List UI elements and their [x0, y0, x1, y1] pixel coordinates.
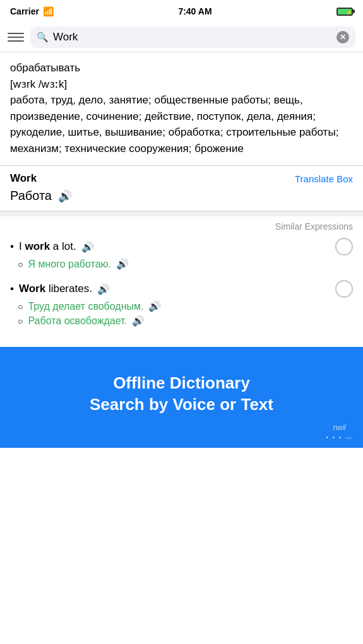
circle-bullet-1: ○ [18, 259, 23, 269]
translation-word: Work [10, 172, 37, 185]
phonetic: [wɜrk /wɜːk] [10, 78, 67, 90]
speaker-icon-expr-ru-2b[interactable]: 🔊 [132, 315, 145, 327]
battery-area: ⚡ [336, 8, 353, 16]
expression-item-2: • Work liberates. 🔊 ○ Труд делает свобод… [10, 280, 353, 327]
expr-ru-text-1: Я много работаю. [28, 259, 111, 270]
translation-row: Работа 🔊 [10, 189, 353, 203]
expr-en-left-1: • I work a lot. 🔊 [10, 240, 94, 253]
bolt-icon: ⚡ [346, 9, 352, 15]
speaker-icon-expr-1[interactable]: 🔊 [81, 241, 94, 253]
search-input[interactable] [53, 31, 332, 44]
expr-en-left-2: • Work liberates. 🔊 [10, 283, 110, 295]
menu-line-2 [8, 37, 24, 38]
nav-bar: 🔍 ✕ [0, 23, 363, 52]
speaker-icon-expr-ru-2a[interactable]: 🔊 [148, 300, 161, 312]
circle-bullet-2b: ○ [18, 316, 23, 326]
expr-en-row-2: • Work liberates. 🔊 [10, 280, 353, 298]
battery-icon: ⚡ [336, 8, 353, 16]
menu-line-3 [8, 40, 24, 42]
expr-en-text-1: I work a lot. [19, 240, 76, 253]
carrier-info: Carrier 📶 [10, 6, 54, 16]
speaker-icon-expr-2[interactable]: 🔊 [97, 283, 110, 295]
expr-ru-text-2a: Труд делает свободным. [28, 301, 143, 312]
expr-en-row-1: • I work a lot. 🔊 [10, 238, 353, 255]
speaker-icon-translation[interactable]: 🔊 [58, 189, 72, 203]
expr-en-text-2: Work liberates. [19, 283, 92, 295]
definition-text: обрабатывать [wɜrk /wɜːk] работа, труд, … [10, 60, 353, 156]
status-bar: Carrier 📶 7:40 AM ⚡ [0, 0, 363, 23]
carrier-label: Carrier [10, 6, 39, 16]
search-bar[interactable]: 🔍 ✕ [30, 26, 355, 48]
clear-button[interactable]: ✕ [336, 31, 349, 44]
expr-ru-text-2b: Работа освобождает. [28, 315, 127, 327]
expressions-block: Similar Expressions • I work a lot. 🔊 ○ … [0, 216, 363, 347]
translation-russian: Работа [10, 189, 52, 203]
logo-text: neil• • • — [326, 423, 353, 442]
russian-definition: работа, труд, дело, занятие; общественны… [10, 94, 338, 155]
bullet-2: • [10, 283, 14, 295]
translate-box-link[interactable]: Translate Box [295, 173, 353, 184]
circle-bullet-2a: ○ [18, 302, 23, 312]
bullet-1: • [10, 240, 14, 253]
expr-ru-row-1: ○ Я много работаю. 🔊 [18, 258, 353, 270]
radio-circle-2[interactable] [335, 280, 353, 298]
speaker-icon-expr-ru-1[interactable]: 🔊 [116, 258, 129, 270]
ad-text: Offline Dictionary Search by Voice or Te… [90, 373, 273, 416]
translation-block: Work Translate Box Работа 🔊 [0, 166, 363, 211]
ad-logo: neil• • • — [326, 423, 353, 442]
separator [0, 211, 363, 216]
wifi-icon: 📶 [43, 6, 54, 16]
ad-line-1: Offline Dictionary [90, 373, 273, 394]
definition-block: обрабатывать [wɜrk /wɜːk] работа, труд, … [0, 52, 363, 166]
expressions-header: Similar Expressions [10, 221, 353, 231]
time-label: 7:40 AM [178, 6, 211, 16]
expr-ru-row-2a: ○ Труд делает свободным. 🔊 [18, 300, 353, 312]
ad-line-2: Search by Voice or Text [90, 394, 273, 416]
menu-button[interactable] [8, 33, 24, 42]
expression-item-1: • I work a lot. 🔊 ○ Я много работаю. 🔊 [10, 238, 353, 270]
menu-line-1 [8, 33, 24, 34]
content-area: обрабатывать [wɜrk /wɜːk] работа, труд, … [0, 52, 363, 347]
translation-header: Work Translate Box [10, 172, 353, 185]
search-icon: 🔍 [37, 32, 49, 43]
radio-circle-1[interactable] [335, 238, 353, 255]
expr-ru-row-2b: ○ Работа освобождает. 🔊 [18, 315, 353, 327]
first-line: обрабатывать [10, 62, 80, 74]
ad-banner: Offline Dictionary Search by Voice or Te… [0, 347, 363, 448]
